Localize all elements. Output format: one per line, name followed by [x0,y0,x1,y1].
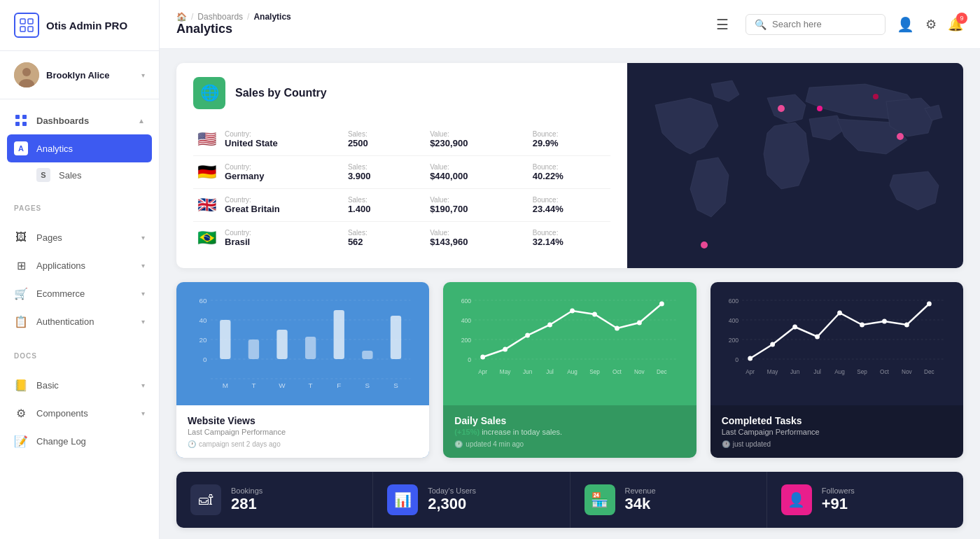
applications-chevron-icon: ▾ [141,262,145,270]
authentication-icon: 📋 [14,314,28,328]
website-views-info: Website Views Last Campaign Performance … [176,405,429,458]
svg-text:Dec: Dec [657,368,667,375]
pages-nav: 🖼 Pages ▾ ⊞ Applications ▾ 🛒 Ecommerce ▾… [0,216,159,342]
table-row: 🇬🇧 Country: Great Britain Sales: 1.400 V… [193,189,610,222]
stat-label-followers: Followers [822,486,855,495]
dashboards-chevron-icon: ▲ [138,117,145,125]
svg-text:May: May [767,368,778,375]
svg-text:Jun: Jun [523,368,533,375]
svg-rect-27 [248,340,259,359]
stat-value-bookings: 281 [231,495,262,513]
value-cell: Value: $143,960 [426,222,528,255]
avatar [14,62,39,88]
svg-text:S: S [365,382,370,388]
basic-icon: 📒 [14,378,28,392]
logo-text: Otis Admin PRO [46,20,127,31]
bar-chart-svg: 60 40 20 0 M T [188,293,418,391]
sales-cell: Sales: 3.900 [344,156,426,189]
clock-icon: 🕐 [188,440,196,448]
svg-rect-2 [20,27,25,31]
svg-text:0: 0 [468,356,472,363]
sidebar-item-sales[interactable]: S Sales [0,162,159,188]
applications-icon: ⊞ [14,258,28,272]
country-flag: 🇬🇧 [193,189,220,222]
sidebar-item-changelog[interactable]: 📝 Change Log [0,427,159,455]
sidebar-item-authentication[interactable]: 📋 Authentication ▾ [0,307,159,335]
stat-label-bookings: Bookings [231,486,262,495]
breadcrumb-sep2: / [247,12,249,22]
svg-text:400: 400 [461,317,472,324]
daily-sales-title: Daily Sales [454,415,685,426]
topbar-icons: 👤 ⚙ 🔔 9 [897,16,963,33]
svg-rect-30 [334,310,344,359]
sidebar-item-components[interactable]: ⚙ Components ▾ [0,399,159,427]
sidebar-item-applications[interactable]: ⊞ Applications ▾ [0,251,159,279]
card-header: 🌐 Sales by Country [193,77,610,109]
search-box[interactable]: 🔍 [746,14,886,35]
svg-text:200: 200 [728,337,738,344]
svg-text:Sep: Sep [590,368,601,375]
user-profile-icon[interactable]: 👤 [897,16,914,33]
svg-rect-32 [391,316,401,359]
completed-tasks-card: 600 400 200 0 [710,282,963,458]
svg-text:T: T [251,382,255,388]
world-map [627,63,963,268]
notifications-icon[interactable]: 🔔 9 [948,17,963,32]
value-cell: Value: $190,700 [426,189,528,222]
search-input[interactable] [772,19,876,29]
sidebar-item-dashboards[interactable]: Dashboards ▲ [0,106,159,134]
daily-sales-time: 🕐 updated 4 min ago [454,440,685,448]
svg-rect-29 [305,337,316,359]
stat-text-bookings: Bookings 281 [231,486,262,513]
topbar-left: 🏠 / Dashboards / Analytics Analytics [176,12,705,36]
bounce-cell: Bounce: 29.9% [528,123,610,156]
components-chevron-icon: ▾ [141,410,145,417]
svg-point-80 [882,319,887,324]
sidebar-item-analytics[interactable]: A Analytics [7,134,152,162]
sidebar-item-pages[interactable]: 🖼 Pages ▾ [0,223,159,251]
svg-text:May: May [500,368,511,375]
sidebar-item-ecommerce[interactable]: 🛒 Ecommerce ▾ [0,279,159,307]
line-chart-dark-svg: 600 400 200 0 [722,293,952,391]
topbar: 🏠 / Dashboards / Analytics Analytics ☰ 🔍… [160,0,980,49]
completed-tasks-time: 🕐 just updated [722,440,952,448]
svg-text:Oct: Oct [880,368,889,375]
sidebar-item-basic[interactable]: 📒 Basic ▾ [0,371,159,399]
country-flag: 🇩🇪 [193,156,220,189]
svg-point-55 [637,321,642,326]
docs-section-label: DOCS [0,342,159,364]
stat-label-revenue: Revenue [625,486,656,495]
stat-item-bookings: 🛋 Bookings 281 [176,472,373,528]
basic-label: Basic [36,380,133,391]
svg-point-52 [570,309,575,314]
country-cell: Country: Brasil [220,222,344,255]
authentication-chevron-icon: ▾ [141,318,145,326]
settings-icon[interactable]: ⚙ [925,17,937,32]
svg-rect-26 [220,320,230,359]
country-cell: Country: Germany [220,156,344,189]
svg-point-48 [481,355,486,360]
hamburger-icon[interactable]: ☰ [716,16,729,33]
value-cell: Value: $230,900 [426,123,528,156]
country-label: Country: [225,130,340,138]
website-views-title: Website Views [188,415,418,426]
changelog-label: Change Log [36,436,145,447]
svg-text:Aug: Aug [834,368,845,375]
daily-sales-card: 600 400 200 0 [443,282,696,458]
sales-icon: S [36,168,50,182]
components-label: Components [36,408,133,419]
ecommerce-label: Ecommerce [36,288,133,299]
website-views-time: 🕐 campaign sent 2 days ago [188,440,418,448]
analytics-icon: A [14,141,28,155]
svg-point-49 [503,347,508,352]
changelog-icon: 📝 [14,434,28,448]
notification-badge: 9 [956,13,967,24]
pages-label: Pages [36,232,133,243]
user-section[interactable]: Brooklyn Alice ▾ [0,51,159,99]
home-icon: 🏠 [176,12,187,22]
svg-point-79 [860,323,864,328]
sales-card-title: Sales by Country [235,87,327,99]
components-icon: ⚙ [14,406,28,420]
sales-by-country-card: 🌐 Sales by Country 🇺🇸 Country: United St… [176,63,963,268]
svg-rect-28 [276,330,287,359]
